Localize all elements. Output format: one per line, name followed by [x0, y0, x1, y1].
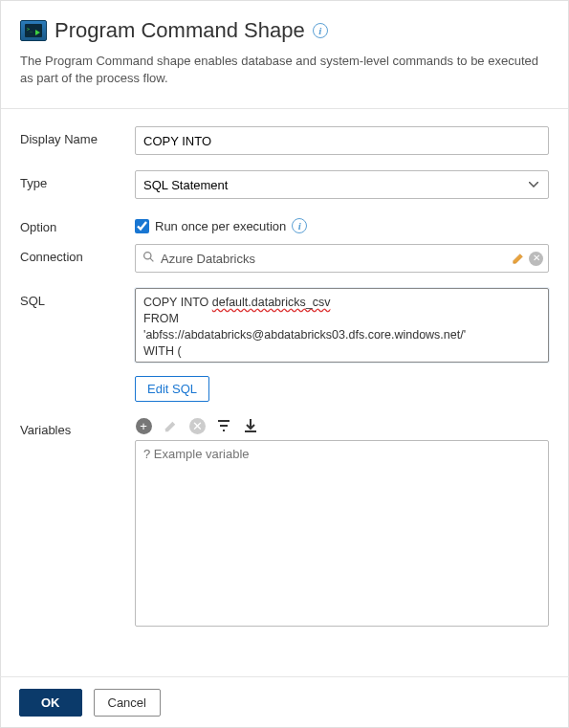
run-once-checkbox[interactable] — [135, 219, 149, 233]
connection-input[interactable] — [135, 244, 549, 273]
page-description: The Program Command shape enables databa… — [20, 53, 549, 87]
add-variable-button[interactable]: + — [135, 417, 152, 434]
type-select[interactable]: SQL Statement — [135, 170, 549, 199]
sql-label: SQL — [20, 288, 135, 308]
ok-button[interactable]: OK — [19, 689, 82, 717]
svg-text:>_: >_ — [27, 26, 33, 33]
title-row: >_ Program Command Shape i — [20, 18, 549, 43]
sql-textarea[interactable]: COPY INTO default.databricks_csvFROM'abf… — [135, 288, 549, 363]
info-icon[interactable]: i — [292, 218, 307, 233]
edit-variable-button — [162, 417, 179, 434]
edit-connection-icon[interactable] — [512, 252, 525, 265]
option-label: Option — [20, 214, 135, 234]
header: >_ Program Command Shape i The Program C… — [1, 1, 568, 100]
row-connection: Connection ✕ — [20, 244, 549, 273]
row-type: Type SQL Statement — [20, 170, 549, 199]
run-once-label: Run once per execution — [155, 219, 286, 233]
page-title: Program Command Shape — [55, 18, 305, 43]
variables-textarea[interactable] — [135, 440, 549, 627]
display-name-input[interactable] — [135, 126, 549, 155]
remove-variable-button[interactable]: ✕ — [188, 417, 206, 434]
display-name-label: Display Name — [20, 126, 135, 146]
row-display-name: Display Name — [20, 126, 549, 155]
form: Display Name Type SQL Statement Option R… — [1, 109, 568, 654]
row-sql: SQL COPY INTO default.databricks_csvFROM… — [20, 288, 549, 402]
footer: OK Cancel — [0, 676, 569, 728]
edit-sql-button[interactable]: Edit SQL — [135, 376, 209, 402]
variables-toolbar: + ✕ — [135, 417, 549, 434]
info-icon[interactable]: i — [313, 23, 328, 38]
connection-label: Connection — [20, 244, 135, 264]
filter-icon[interactable] — [215, 417, 232, 434]
import-icon[interactable] — [242, 417, 259, 434]
type-label: Type — [20, 170, 135, 190]
program-command-icon: >_ — [20, 20, 47, 41]
row-variables: Variables + ✕ — [20, 417, 549, 629]
row-option: Option Run once per execution i — [20, 214, 549, 234]
clear-connection-icon[interactable]: ✕ — [529, 252, 543, 266]
variables-label: Variables — [20, 417, 135, 437]
cancel-button[interactable]: Cancel — [94, 689, 161, 717]
